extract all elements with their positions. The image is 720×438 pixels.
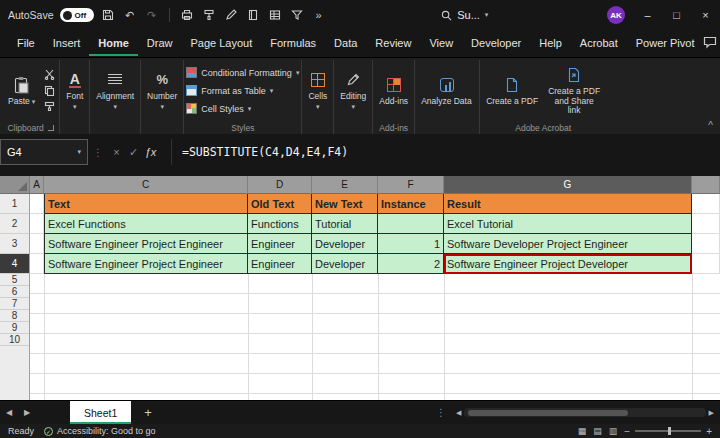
tab-data[interactable]: Data (325, 31, 366, 56)
sheet-tab-sheet1[interactable]: Sheet1 (70, 401, 131, 424)
cell-g1[interactable]: Result (444, 194, 692, 214)
select-all-corner[interactable] (0, 176, 30, 194)
cell-g4-active[interactable]: Software Engineer Project Developer (444, 254, 692, 274)
row-header-5[interactable]: 5 (0, 274, 29, 286)
addins-button[interactable]: Add-ins (375, 74, 412, 107)
sheet-nav-right-icon[interactable]: ▶ (18, 408, 36, 417)
empty-cells-area[interactable] (30, 274, 720, 400)
cell-rest-2[interactable] (692, 214, 720, 234)
cell-e4[interactable]: Developer (312, 254, 378, 274)
row-header-1[interactable]: 1 (0, 194, 30, 214)
table-icon[interactable] (267, 7, 283, 23)
comments-icon[interactable] (703, 36, 717, 51)
name-box[interactable]: G4 ▾ (0, 139, 88, 165)
cell-g3[interactable]: Software Developer Project Engineer (444, 234, 692, 254)
save-icon[interactable] (100, 7, 116, 23)
format-painter-brush-icon[interactable] (41, 100, 57, 113)
number-button[interactable]: % Number ▾ (143, 69, 181, 112)
col-header-e[interactable]: E (312, 176, 378, 194)
col-header-g-selected[interactable]: G (444, 176, 692, 194)
create-pdf-share-button[interactable]: Create a PDF and Share link (544, 64, 604, 116)
search-box[interactable]: Su... ▾ (441, 9, 488, 21)
tab-file[interactable]: File (8, 31, 44, 56)
user-avatar[interactable]: AK (607, 6, 625, 24)
row-header-4-selected[interactable]: 4 (0, 254, 30, 274)
tab-review[interactable]: Review (366, 31, 420, 56)
tab-view[interactable]: View (420, 31, 462, 56)
alignment-button[interactable]: Alignment ▾ (92, 69, 138, 112)
row-header-3[interactable]: 3 (0, 234, 30, 254)
cell-e3[interactable]: Developer (312, 234, 378, 254)
cell-f4[interactable]: 2 (378, 254, 444, 274)
toolbar-overflow-icon[interactable]: » (311, 7, 327, 23)
cell-d3[interactable]: Engineer (248, 234, 312, 254)
scrollbar-track[interactable] (464, 408, 705, 417)
notebook-icon[interactable] (245, 7, 261, 23)
row-header-2[interactable]: 2 (0, 214, 30, 234)
add-sheet-icon[interactable]: + (144, 405, 152, 420)
normal-view-icon[interactable]: ▦ (578, 426, 587, 436)
maximize-button[interactable]: □ (662, 0, 691, 30)
analyze-data-button[interactable]: Analyze Data (417, 74, 477, 107)
tab-help[interactable]: Help (530, 31, 571, 56)
cells-button[interactable]: Cells ▾ (304, 69, 331, 112)
tab-draw[interactable]: Draw (138, 31, 182, 56)
insert-function-icon[interactable]: ƒx (142, 146, 159, 158)
formula-input[interactable]: =SUBSTITUTE(C4,D4,E4,F4) (171, 139, 720, 165)
tab-formulas[interactable]: Formulas (261, 31, 325, 56)
cell-a3[interactable] (30, 234, 44, 254)
row-header-6[interactable]: 6 (0, 286, 29, 298)
row-header-8[interactable]: 8 (0, 310, 29, 322)
redo-icon[interactable]: ↷ (144, 7, 160, 23)
cell-f3[interactable]: 1 (378, 234, 444, 254)
cell-rest-4[interactable] (692, 254, 720, 274)
enter-check-icon[interactable]: ✓ (125, 146, 142, 159)
tab-power-pivot[interactable]: Power Pivot (627, 31, 704, 56)
clipboard-dialog-launcher-icon[interactable] (48, 125, 54, 131)
print-icon[interactable] (179, 7, 195, 23)
scroll-left-icon[interactable]: ◀ (456, 409, 461, 417)
zoom-out-icon[interactable]: − (624, 426, 630, 437)
horizontal-scrollbar[interactable]: ◀ ▶ (456, 408, 714, 417)
pen-icon[interactable] (223, 7, 239, 23)
row-header-10[interactable]: 10 (0, 334, 29, 346)
cell-c3[interactable]: Software Engineer Project Engineer (44, 234, 248, 254)
close-button[interactable]: × (691, 0, 720, 30)
row-header-7[interactable]: 7 (0, 298, 29, 310)
cut-icon[interactable] (41, 68, 57, 81)
cell-c4[interactable]: Software Engineer Project Engineer (44, 254, 248, 274)
zoom-slider-knob[interactable] (668, 427, 671, 435)
zoom-slider[interactable] (635, 430, 701, 432)
col-header-d[interactable]: D (248, 176, 312, 194)
col-header-a[interactable]: A (30, 176, 44, 194)
copy-icon[interactable] (41, 84, 57, 97)
col-header-f[interactable]: F (378, 176, 444, 194)
cell-c1[interactable]: Text (44, 194, 248, 214)
format-as-table-button[interactable]: Format as Table ▾ (186, 83, 273, 99)
sort-filter-icon[interactable] (289, 7, 305, 23)
cell-a1[interactable] (30, 194, 44, 214)
editing-button[interactable]: Editing ▾ (336, 69, 370, 112)
page-break-view-icon[interactable]: ▥ (609, 426, 618, 436)
conditional-formatting-button[interactable]: Conditional Formatting ▾ (186, 65, 299, 81)
paste-button[interactable]: Paste▾ (4, 74, 39, 107)
cell-e1[interactable]: New Text (312, 194, 378, 214)
collapse-ribbon-icon[interactable]: ^ (708, 120, 713, 131)
tab-page-layout[interactable]: Page Layout (181, 31, 261, 56)
font-button[interactable]: A Font ▾ (62, 69, 87, 112)
tab-insert[interactable]: Insert (44, 31, 90, 56)
cell-c2[interactable]: Excel Functions (44, 214, 248, 234)
cell-rest-1[interactable] (692, 194, 720, 214)
cell-d2[interactable]: Functions (248, 214, 312, 234)
tab-developer[interactable]: Developer (462, 31, 530, 56)
cell-f2[interactable] (378, 214, 444, 234)
zoom-in-icon[interactable]: + (706, 426, 712, 437)
cell-styles-button[interactable]: Cell Styles ▾ (186, 101, 251, 117)
cancel-icon[interactable]: × (108, 146, 125, 158)
cell-a2[interactable] (30, 214, 44, 234)
format-painter-icon[interactable] (201, 7, 217, 23)
cell-g2[interactable]: Excel Tutorial (444, 214, 692, 234)
autosave-toggle[interactable]: Off (60, 8, 94, 22)
tab-acrobat[interactable]: Acrobat (571, 31, 627, 56)
cell-e2[interactable]: Tutorial (312, 214, 378, 234)
